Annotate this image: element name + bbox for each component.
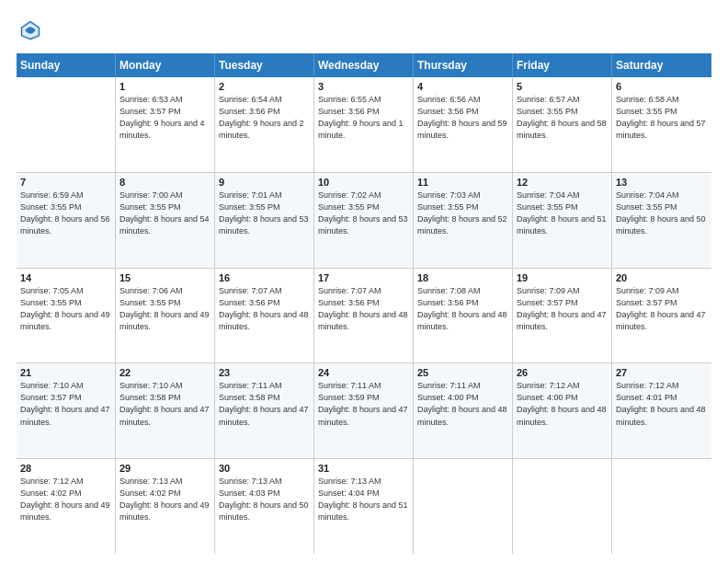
day-number: 6	[616, 81, 708, 92]
day-cell-11: 11Sunrise: 7:03 AMSunset: 3:55 PMDayligh…	[414, 173, 513, 268]
day-cell-18: 18Sunrise: 7:08 AMSunset: 3:56 PMDayligh…	[414, 269, 513, 363]
calendar-row-1: 1Sunrise: 6:53 AMSunset: 3:57 PMDaylight…	[17, 77, 711, 173]
day-number: 22	[119, 367, 210, 378]
cell-info: Sunrise: 6:57 AMSunset: 3:55 PMDaylight:…	[517, 94, 608, 142]
day-cell-20: 20Sunrise: 7:09 AMSunset: 3:57 PMDayligh…	[612, 269, 711, 363]
day-header-monday: Monday	[116, 53, 215, 77]
header	[17, 17, 711, 44]
day-cell-17: 17Sunrise: 7:07 AMSunset: 3:56 PMDayligh…	[314, 269, 414, 363]
calendar: SundayMondayTuesdayWednesdayThursdayFrid…	[17, 53, 711, 554]
cell-info: Sunrise: 7:06 AMSunset: 3:55 PMDaylight:…	[119, 285, 210, 333]
day-cell-13: 13Sunrise: 7:04 AMSunset: 3:55 PMDayligh…	[612, 173, 711, 268]
day-cell-3: 3Sunrise: 6:55 AMSunset: 3:56 PMDaylight…	[314, 77, 414, 172]
day-cell-8: 8Sunrise: 7:00 AMSunset: 3:55 PMDaylight…	[116, 173, 215, 268]
day-number: 4	[417, 81, 508, 92]
day-number: 29	[119, 463, 210, 474]
cell-info: Sunrise: 7:13 AMSunset: 4:03 PMDaylight:…	[219, 476, 310, 523]
day-cell-19: 19Sunrise: 7:09 AMSunset: 3:57 PMDayligh…	[513, 269, 612, 363]
day-cell-9: 9Sunrise: 7:01 AMSunset: 3:55 PMDaylight…	[215, 173, 314, 268]
page: SundayMondayTuesdayWednesdayThursdayFrid…	[0, 0, 728, 563]
day-number: 12	[517, 177, 608, 188]
empty-cell	[17, 77, 116, 172]
day-cell-28: 28Sunrise: 7:12 AMSunset: 4:02 PMDayligh…	[17, 459, 116, 554]
day-cell-1: 1Sunrise: 6:53 AMSunset: 3:57 PMDaylight…	[116, 77, 215, 172]
day-number: 13	[616, 177, 708, 188]
logo-icon	[17, 17, 44, 44]
calendar-row-2: 7Sunrise: 6:59 AMSunset: 3:55 PMDaylight…	[17, 173, 711, 269]
calendar-body: 1Sunrise: 6:53 AMSunset: 3:57 PMDaylight…	[17, 77, 711, 554]
day-number: 20	[616, 272, 708, 283]
day-number: 17	[318, 272, 409, 283]
cell-info: Sunrise: 7:12 AMSunset: 4:02 PMDaylight:…	[20, 476, 111, 523]
cell-info: Sunrise: 7:09 AMSunset: 3:57 PMDaylight:…	[616, 285, 708, 333]
cell-info: Sunrise: 7:12 AMSunset: 4:01 PMDaylight:…	[616, 380, 708, 428]
day-number: 5	[517, 81, 608, 92]
day-header-thursday: Thursday	[414, 53, 513, 77]
day-number: 19	[517, 272, 608, 283]
day-header-tuesday: Tuesday	[215, 53, 314, 77]
day-number: 7	[20, 177, 111, 188]
cell-info: Sunrise: 7:11 AMSunset: 4:00 PMDaylight:…	[417, 380, 508, 428]
cell-info: Sunrise: 6:53 AMSunset: 3:57 PMDaylight:…	[119, 94, 210, 142]
day-cell-5: 5Sunrise: 6:57 AMSunset: 3:55 PMDaylight…	[513, 77, 612, 172]
day-header-wednesday: Wednesday	[314, 53, 414, 77]
day-number: 9	[219, 177, 310, 188]
cell-info: Sunrise: 7:04 AMSunset: 3:55 PMDaylight:…	[616, 190, 708, 237]
cell-info: Sunrise: 7:00 AMSunset: 3:55 PMDaylight:…	[119, 190, 210, 237]
day-number: 21	[20, 367, 111, 378]
cell-info: Sunrise: 7:09 AMSunset: 3:57 PMDaylight:…	[517, 285, 608, 333]
day-number: 24	[318, 367, 409, 378]
cell-info: Sunrise: 7:07 AMSunset: 3:56 PMDaylight:…	[318, 285, 409, 333]
day-number: 18	[417, 272, 508, 283]
cell-info: Sunrise: 7:10 AMSunset: 3:57 PMDaylight:…	[20, 380, 111, 428]
day-cell-14: 14Sunrise: 7:05 AMSunset: 3:55 PMDayligh…	[17, 269, 116, 363]
day-number: 1	[119, 81, 210, 92]
cell-info: Sunrise: 6:56 AMSunset: 3:56 PMDaylight:…	[417, 94, 508, 142]
cell-info: Sunrise: 7:12 AMSunset: 4:00 PMDaylight:…	[517, 380, 608, 428]
day-cell-6: 6Sunrise: 6:58 AMSunset: 3:55 PMDaylight…	[612, 77, 711, 172]
day-number: 25	[417, 367, 508, 378]
day-cell-4: 4Sunrise: 6:56 AMSunset: 3:56 PMDaylight…	[414, 77, 513, 172]
day-header-saturday: Saturday	[612, 53, 711, 77]
cell-info: Sunrise: 7:08 AMSunset: 3:56 PMDaylight:…	[417, 285, 508, 333]
day-cell-15: 15Sunrise: 7:06 AMSunset: 3:55 PMDayligh…	[116, 269, 215, 363]
cell-info: Sunrise: 7:13 AMSunset: 4:02 PMDaylight:…	[119, 476, 210, 523]
day-header-sunday: Sunday	[17, 53, 116, 77]
day-cell-7: 7Sunrise: 6:59 AMSunset: 3:55 PMDaylight…	[17, 173, 116, 268]
day-number: 31	[318, 463, 409, 474]
calendar-row-3: 14Sunrise: 7:05 AMSunset: 3:55 PMDayligh…	[17, 269, 711, 364]
cell-info: Sunrise: 7:01 AMSunset: 3:55 PMDaylight:…	[219, 190, 310, 237]
day-cell-31: 31Sunrise: 7:13 AMSunset: 4:04 PMDayligh…	[314, 459, 414, 554]
day-cell-27: 27Sunrise: 7:12 AMSunset: 4:01 PMDayligh…	[612, 363, 711, 458]
day-header-friday: Friday	[513, 53, 612, 77]
cell-info: Sunrise: 7:04 AMSunset: 3:55 PMDaylight:…	[517, 190, 608, 237]
day-number: 3	[318, 81, 409, 92]
cell-info: Sunrise: 7:05 AMSunset: 3:55 PMDaylight:…	[20, 285, 111, 333]
day-cell-24: 24Sunrise: 7:11 AMSunset: 3:59 PMDayligh…	[314, 363, 414, 458]
day-number: 14	[20, 272, 111, 283]
cell-info: Sunrise: 6:59 AMSunset: 3:55 PMDaylight:…	[20, 190, 111, 237]
empty-cell	[612, 459, 711, 554]
day-number: 10	[318, 177, 409, 188]
cell-info: Sunrise: 7:03 AMSunset: 3:55 PMDaylight:…	[417, 190, 508, 237]
day-cell-10: 10Sunrise: 7:02 AMSunset: 3:55 PMDayligh…	[314, 173, 414, 268]
day-cell-12: 12Sunrise: 7:04 AMSunset: 3:55 PMDayligh…	[513, 173, 612, 268]
day-cell-25: 25Sunrise: 7:11 AMSunset: 4:00 PMDayligh…	[414, 363, 513, 458]
day-cell-21: 21Sunrise: 7:10 AMSunset: 3:57 PMDayligh…	[17, 363, 116, 458]
calendar-row-4: 21Sunrise: 7:10 AMSunset: 3:57 PMDayligh…	[17, 363, 711, 459]
cell-info: Sunrise: 7:11 AMSunset: 3:58 PMDaylight:…	[219, 380, 310, 428]
day-number: 16	[219, 272, 310, 283]
empty-cell	[513, 459, 612, 554]
day-cell-22: 22Sunrise: 7:10 AMSunset: 3:58 PMDayligh…	[116, 363, 215, 458]
day-number: 8	[119, 177, 210, 188]
day-number: 28	[20, 463, 111, 474]
day-cell-26: 26Sunrise: 7:12 AMSunset: 4:00 PMDayligh…	[513, 363, 612, 458]
day-number: 2	[219, 81, 310, 92]
day-cell-30: 30Sunrise: 7:13 AMSunset: 4:03 PMDayligh…	[215, 459, 314, 554]
logo	[17, 17, 50, 44]
cell-info: Sunrise: 7:11 AMSunset: 3:59 PMDaylight:…	[318, 380, 409, 428]
day-cell-23: 23Sunrise: 7:11 AMSunset: 3:58 PMDayligh…	[215, 363, 314, 458]
day-cell-29: 29Sunrise: 7:13 AMSunset: 4:02 PMDayligh…	[116, 459, 215, 554]
cell-info: Sunrise: 6:55 AMSunset: 3:56 PMDaylight:…	[318, 94, 409, 142]
day-number: 30	[219, 463, 310, 474]
